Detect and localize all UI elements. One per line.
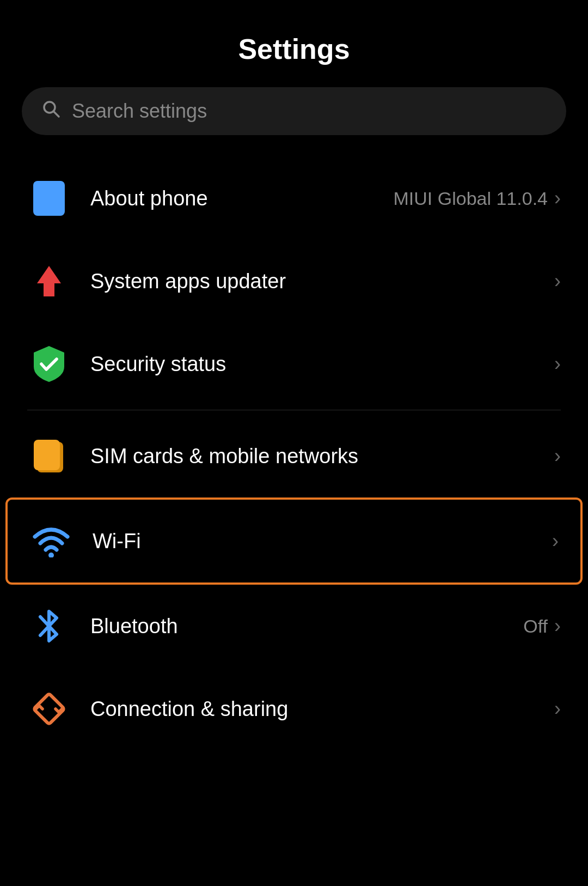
bluetooth-icon [27, 604, 71, 648]
section-divider [27, 410, 561, 410]
search-placeholder: Search settings [72, 100, 207, 123]
settings-item-bluetooth[interactable]: Bluetooth Off › [0, 585, 588, 667]
settings-item-wifi[interactable]: Wi-Fi › [5, 497, 583, 585]
connection-icon [27, 687, 71, 731]
connection-sharing-label: Connection & sharing [90, 697, 554, 721]
phone-icon [27, 177, 71, 220]
about-phone-value: MIUI Global 11.0.4 [394, 188, 548, 209]
svg-rect-4 [34, 440, 60, 470]
security-status-chevron: › [554, 353, 561, 375]
settings-item-about-phone[interactable]: About phone MIUI Global 11.0.4 › [0, 157, 588, 240]
page-title: Settings [0, 0, 588, 87]
settings-item-sim-cards[interactable]: SIM cards & mobile networks › [0, 415, 588, 497]
svg-rect-6 [34, 694, 65, 725]
search-bar[interactable]: Search settings [22, 87, 566, 135]
connection-sharing-chevron: › [554, 697, 561, 720]
sim-cards-label: SIM cards & mobile networks [90, 445, 554, 468]
about-phone-label: About phone [90, 187, 394, 210]
settings-item-connection-sharing[interactable]: Connection & sharing › [0, 667, 588, 750]
bluetooth-label: Bluetooth [90, 615, 523, 638]
svg-point-5 [48, 553, 54, 557]
system-apps-updater-label: System apps updater [90, 270, 554, 293]
wifi-label: Wi-Fi [93, 530, 552, 553]
svg-line-1 [53, 111, 59, 117]
settings-item-security-status[interactable]: Security status › [0, 323, 588, 405]
system-apps-updater-chevron: › [554, 270, 561, 293]
svg-marker-2 [37, 266, 61, 296]
settings-item-system-apps-updater[interactable]: System apps updater › [0, 240, 588, 323]
search-container: Search settings [22, 87, 566, 135]
about-phone-chevron: › [554, 187, 561, 210]
updater-icon [27, 259, 71, 303]
security-icon [27, 342, 71, 386]
wifi-icon [29, 519, 73, 563]
bluetooth-chevron: › [554, 615, 561, 638]
security-status-label: Security status [90, 353, 554, 376]
settings-list: About phone MIUI Global 11.0.4 › System … [0, 157, 588, 750]
search-icon [41, 99, 61, 123]
sim-icon [27, 434, 71, 478]
wifi-chevron: › [552, 530, 559, 553]
bluetooth-value: Off [523, 616, 548, 637]
sim-cards-chevron: › [554, 445, 561, 468]
